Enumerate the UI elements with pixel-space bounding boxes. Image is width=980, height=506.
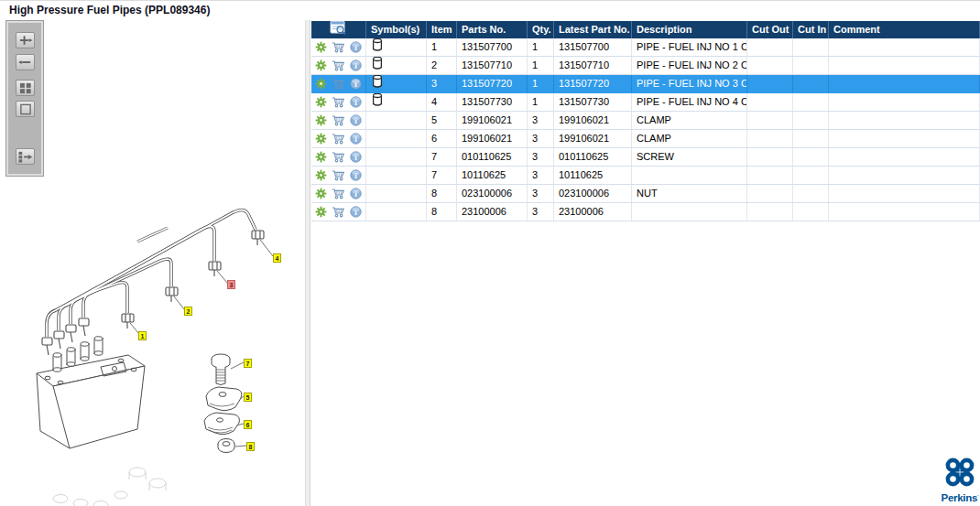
add-to-cart-icon[interactable] — [332, 151, 345, 163]
column-header-parts-no[interactable]: Parts No. — [457, 21, 528, 38]
table-row[interactable]: i61991060213199106021CLAMP — [311, 130, 980, 148]
table-row[interactable]: i31315077201131507720PIPE - FUEL INJ NO … — [311, 75, 980, 93]
diagram-callout-4[interactable]: 4 — [273, 253, 281, 263]
info-icon[interactable]: i — [350, 96, 362, 108]
info-icon[interactable]: i — [350, 188, 362, 199]
cell-cut-out — [747, 112, 793, 129]
gear-icon[interactable] — [315, 169, 327, 181]
table-row[interactable]: i21315077101131507710PIPE - FUEL INJ NO … — [311, 57, 980, 75]
gear-icon[interactable] — [315, 133, 327, 145]
column-header-tools[interactable] — [311, 21, 366, 38]
column-header-symbols[interactable]: Symbol(s) — [366, 21, 427, 38]
cell-symbols — [366, 203, 427, 221]
cell-latest-part-no: 199106021 — [554, 112, 632, 129]
diagram-callout-2[interactable]: 2 — [184, 307, 192, 316]
cylinder-symbol-icon — [372, 57, 383, 74]
cell-tools: i — [311, 130, 366, 147]
table-row[interactable]: i11315077001131507700PIPE - FUEL INJ NO … — [311, 38, 980, 57]
info-icon[interactable]: i — [350, 114, 362, 126]
cell-cut-in — [793, 167, 829, 184]
cell-comment — [829, 112, 980, 129]
gear-icon[interactable] — [315, 114, 327, 126]
add-to-cart-icon[interactable] — [332, 96, 345, 108]
cell-cut-out — [747, 203, 793, 221]
column-header-qty[interactable]: Qty. — [528, 21, 554, 38]
diagram-callout-8[interactable]: 8 — [246, 442, 255, 451]
info-icon[interactable]: i — [350, 41, 362, 53]
panel-splitter[interactable] — [305, 20, 310, 506]
cell-latest-part-no: 10110625 — [554, 167, 632, 184]
fit-all-button[interactable] — [16, 80, 35, 96]
add-to-cart-icon[interactable] — [332, 41, 345, 53]
perkins-logo: Perkins· — [940, 457, 980, 503]
toggle-panel-button[interactable] — [16, 148, 35, 165]
table-row[interactable]: i710110625310110625 — [311, 167, 980, 185]
add-to-cart-icon[interactable] — [332, 206, 345, 218]
gear-icon[interactable] — [315, 78, 327, 90]
table-row[interactable]: i51991060213199106021CLAMP — [311, 112, 980, 130]
cell-parts-no: 023100006 — [457, 185, 528, 202]
add-to-cart-icon[interactable] — [332, 114, 345, 126]
cell-qty: 1 — [528, 93, 554, 111]
column-header-latest-part-no[interactable]: Latest Part No. — [554, 21, 632, 38]
column-header-cut-in[interactable]: Cut In — [793, 21, 829, 38]
cell-qty: 3 — [528, 185, 554, 202]
cell-symbols — [366, 57, 427, 74]
gear-icon[interactable] — [315, 96, 327, 108]
add-to-cart-icon[interactable] — [332, 78, 345, 90]
info-icon[interactable]: i — [350, 133, 362, 145]
info-icon[interactable]: i — [350, 151, 362, 163]
gear-icon[interactable] — [315, 59, 327, 71]
cell-comment — [829, 148, 980, 166]
fit-page-button[interactable] — [16, 101, 35, 117]
zoom-out-button[interactable] — [16, 54, 35, 70]
info-icon[interactable]: i — [350, 78, 362, 90]
perkins-mark-icon — [944, 475, 975, 490]
diagram-callout-5[interactable]: 5 — [244, 393, 252, 402]
cell-cut-out — [747, 167, 793, 184]
cell-item: 3 — [427, 75, 457, 92]
info-icon[interactable]: i — [350, 59, 362, 71]
cell-symbols — [366, 75, 427, 92]
cell-cut-in — [793, 38, 829, 56]
gear-icon[interactable] — [315, 41, 327, 53]
cell-description — [632, 203, 747, 221]
cell-cut-in — [793, 112, 829, 129]
gear-icon[interactable] — [315, 151, 327, 163]
column-header-comment[interactable]: Comment — [829, 21, 980, 38]
diagram-panel[interactable]: 12347568 — [0, 20, 305, 506]
cell-item: 8 — [427, 185, 457, 202]
diagram-callout-1[interactable]: 1 — [138, 331, 147, 340]
table-row[interactable]: i70101106253010110625SCREW — [311, 148, 980, 167]
gear-icon[interactable] — [315, 188, 327, 199]
cell-latest-part-no: 131507730 — [554, 93, 632, 111]
cell-parts-no: 131507700 — [457, 38, 528, 56]
diagram-callout-3[interactable]: 3 — [227, 280, 235, 289]
list-arrow-icon — [17, 150, 33, 164]
table-row[interactable]: i823100006323100006 — [311, 203, 980, 221]
cell-latest-part-no: 010110625 — [554, 148, 632, 166]
add-to-cart-icon[interactable] — [332, 169, 345, 181]
cell-qty: 3 — [528, 203, 554, 221]
column-header-description[interactable]: Description — [632, 21, 747, 38]
minus-arrow-icon — [17, 56, 33, 70]
gear-icon[interactable] — [315, 206, 327, 218]
info-icon[interactable]: i — [350, 169, 362, 181]
cell-comment — [829, 57, 980, 74]
table-row[interactable]: i80231000063023100006NUT — [311, 185, 980, 203]
add-to-cart-icon[interactable] — [332, 59, 345, 71]
diagram-callout-6[interactable]: 6 — [244, 420, 252, 429]
cell-symbols — [366, 167, 427, 184]
info-icon[interactable]: i — [350, 206, 362, 218]
cell-comment — [829, 185, 980, 202]
add-to-cart-icon[interactable] — [332, 133, 345, 145]
column-header-item[interactable]: Item — [427, 21, 457, 38]
cell-symbols — [366, 148, 427, 166]
cell-description: NUT — [632, 185, 747, 202]
diagram-callout-7[interactable]: 7 — [244, 359, 252, 368]
table-row[interactable]: i41315077301131507730PIPE - FUEL INJ NO … — [311, 93, 980, 112]
zoom-in-button[interactable] — [16, 32, 35, 48]
column-header-cut-out[interactable]: Cut Out — [747, 21, 793, 38]
cell-qty: 3 — [528, 148, 554, 166]
add-to-cart-icon[interactable] — [332, 188, 345, 199]
